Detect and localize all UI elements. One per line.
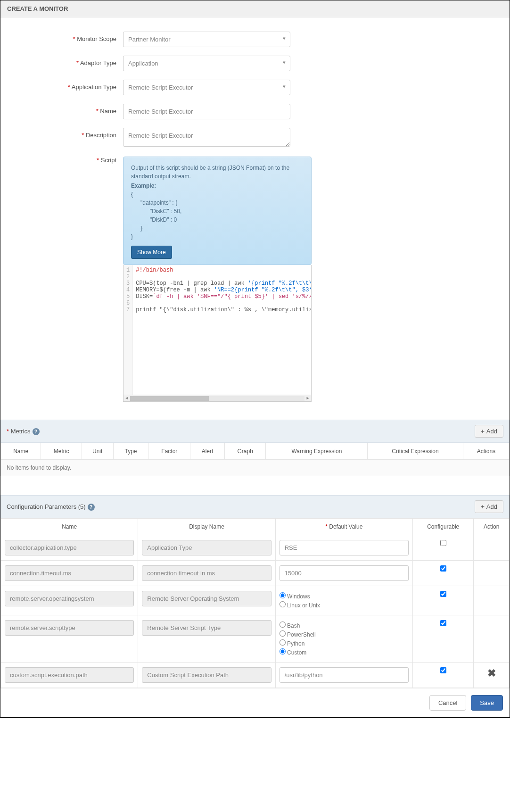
script-info-box: Output of this script should be a string…: [123, 157, 312, 265]
scroll-thumb[interactable]: [130, 396, 209, 401]
col-name: Name: [1, 519, 138, 535]
config-radio[interactable]: [280, 621, 286, 628]
metrics-col: Type: [113, 443, 148, 460]
configurable-checkbox[interactable]: [440, 620, 446, 626]
action-cell: [474, 586, 510, 615]
configurable-checkbox[interactable]: [440, 565, 446, 572]
metrics-col: Alert: [190, 443, 225, 460]
config-value-field[interactable]: [280, 667, 409, 683]
config-header: Configuration Parameters (5)? +Add: [0, 495, 510, 518]
config-radio[interactable]: [280, 601, 286, 607]
config-title: Configuration Parameters (5): [7, 503, 86, 510]
description-field[interactable]: Remote Script Executor: [123, 128, 290, 147]
page-title: CREATE A MONITOR: [0, 0, 510, 17]
show-more-button[interactable]: Show More: [131, 246, 172, 259]
config-display-field: [142, 565, 271, 581]
metrics-header: * Metrics? +Add: [0, 420, 510, 443]
config-name-field: [5, 540, 134, 555]
action-cell: [474, 535, 510, 561]
action-cell: [474, 615, 510, 663]
col-default: * Default Value: [275, 519, 412, 535]
col-configurable: Configurable: [412, 519, 473, 535]
configurable-checkbox[interactable]: [440, 540, 446, 546]
config-row: [1, 561, 510, 586]
config-row: Bash PowerShell Python Custom: [1, 615, 510, 663]
metrics-col: Unit: [82, 443, 113, 460]
scroll-left-icon[interactable]: ◄: [123, 396, 130, 401]
help-icon[interactable]: ?: [88, 504, 95, 511]
metrics-col: Critical Expression: [368, 443, 463, 460]
config-radio[interactable]: [280, 639, 286, 646]
action-cell: [474, 561, 510, 586]
scroll-right-icon[interactable]: ►: [304, 396, 311, 401]
config-table: Name Display Name * Default Value Config…: [0, 518, 510, 688]
form-area: * Monitor Scope Partner Monitor * Adapto…: [0, 17, 510, 420]
config-row: ✖: [1, 663, 510, 688]
col-display: Display Name: [138, 519, 275, 535]
metrics-table: NameMetricUnitTypeFactorAlertGraphWarnin…: [0, 443, 510, 460]
config-name-field: [5, 565, 134, 581]
script-example-body: { "datapoints" : { "DiskC" : 50, "DiskD"…: [131, 190, 304, 241]
config-radio[interactable]: [280, 630, 286, 637]
application-type-label: * Application Type: [10, 80, 123, 91]
config-value-field[interactable]: [280, 565, 409, 581]
config-value-field[interactable]: [280, 540, 409, 555]
script-info-text: Output of this script should be a string…: [131, 164, 304, 181]
plus-icon: +: [481, 503, 485, 510]
config-display-field: [142, 540, 271, 555]
horizontal-scrollbar[interactable]: ◄ ►: [123, 395, 311, 401]
remove-row-button[interactable]: ✖: [474, 663, 510, 688]
metrics-col: Name: [1, 443, 41, 460]
add-config-button[interactable]: +Add: [475, 500, 503, 513]
footer: Cancel Save: [0, 688, 510, 717]
description-label: * Description: [10, 128, 123, 139]
monitor-scope-select[interactable]: Partner Monitor: [123, 32, 290, 47]
monitor-scope-label: * Monitor Scope: [10, 32, 123, 42]
config-name-field: [5, 591, 134, 606]
config-row: [1, 535, 510, 561]
metrics-col: Metric: [41, 443, 82, 460]
script-example-label: Example:: [131, 182, 304, 190]
cancel-button[interactable]: Cancel: [429, 695, 466, 711]
config-display-field: [142, 620, 271, 636]
application-type-select[interactable]: Remote Script Executor: [123, 80, 290, 95]
config-radio[interactable]: [280, 648, 286, 655]
save-button[interactable]: Save: [471, 695, 503, 711]
name-label: * Name: [10, 104, 123, 115]
config-display-field: [142, 667, 271, 683]
config-name-field: [5, 620, 134, 636]
config-display-field: [142, 591, 271, 606]
config-name-field: [5, 667, 134, 683]
adaptor-type-select[interactable]: Application: [123, 56, 290, 71]
script-editor[interactable]: 1234567 #!/bin/bash CPU=$(top -bn1 | gre…: [123, 265, 312, 402]
script-label: * Script: [10, 157, 123, 164]
adaptor-type-label: * Adaptor Type: [10, 56, 123, 66]
metrics-col: Graph: [224, 443, 266, 460]
configurable-checkbox[interactable]: [440, 591, 446, 597]
config-row: Windows Linux or Unix: [1, 586, 510, 615]
col-action: Action: [474, 519, 510, 535]
metrics-col: Actions: [463, 443, 509, 460]
add-metric-button[interactable]: +Add: [475, 425, 503, 438]
help-icon[interactable]: ?: [33, 428, 40, 435]
metrics-empty-text: No items found to display.: [0, 460, 510, 476]
metrics-col: Factor: [148, 443, 190, 460]
configurable-checkbox[interactable]: [440, 667, 446, 673]
metrics-col: Warning Expression: [266, 443, 368, 460]
config-radio[interactable]: [280, 592, 286, 598]
metrics-title: Metrics: [11, 428, 31, 435]
plus-icon: +: [481, 428, 485, 435]
code-gutter: 1234567: [123, 265, 133, 395]
name-field[interactable]: [123, 104, 290, 119]
code-lines[interactable]: #!/bin/bash CPU=$(top -bn1 | grep load |…: [133, 265, 311, 395]
